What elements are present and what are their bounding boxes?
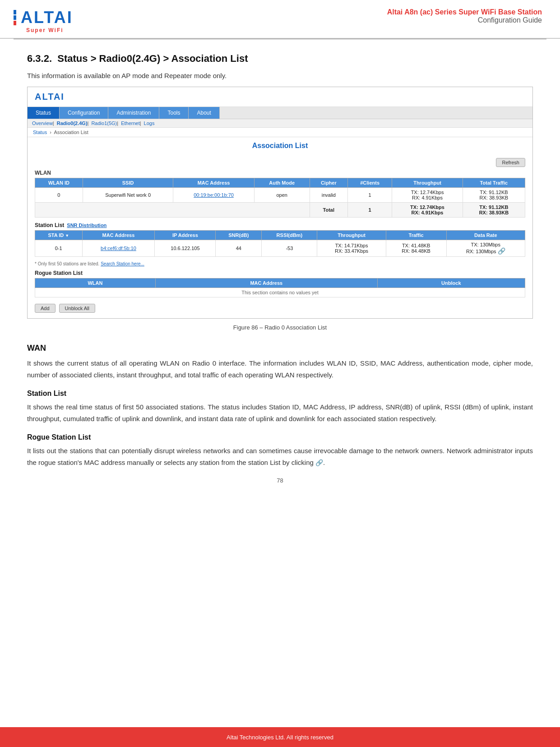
breadcrumb-current: Association List — [54, 130, 88, 135]
nav-tools[interactable]: Tools — [159, 107, 189, 119]
sta-traffic-cell: TX: 41.48KBRX: 84.48KB — [386, 240, 446, 257]
breadcrumb-status[interactable]: Status — [33, 130, 47, 135]
wlan-col-clients: #Clients — [347, 178, 392, 188]
rogue-col-wlan: WLAN — [35, 278, 156, 288]
rogue-actions-row: Add Unblock All — [35, 302, 525, 315]
total-traffic: TX: 91.12KBRX: 38.93KB — [463, 203, 525, 218]
nav-administration[interactable]: Administration — [108, 107, 159, 119]
rogue-section-title: Rogue Station List — [35, 270, 525, 276]
sta-throughput-cell: TX: 14.71KbpsRX: 33.47Kbps — [317, 240, 386, 257]
sta-ip-cell: 10.6.122.105 — [155, 240, 216, 257]
add-to-rogue-icon[interactable]: 🔗 — [498, 247, 505, 255]
sort-arrow: ▼ — [65, 233, 69, 238]
rogue-col-mac: MAC Address — [155, 278, 377, 288]
section-heading: 6.3.2. Status > Radio0(2.4G) > Associati… — [27, 53, 533, 65]
wlan-col-ssid: SSID — [83, 178, 173, 188]
nav-about[interactable]: About — [189, 107, 219, 119]
subnav-overview[interactable]: Overview — [32, 121, 53, 126]
station-list-label: Station List — [35, 222, 64, 228]
rogue-table: WLAN MAC Address Unblock This section co… — [35, 278, 525, 297]
nav-configuration[interactable]: Configuration — [60, 107, 108, 119]
wlan-mac-cell: 00:19:be:00:1b:70 — [173, 188, 254, 203]
station-note: * Only first 50 stations are listed. Sea… — [35, 261, 525, 266]
rogue-station-heading: Rogue Station List — [27, 433, 533, 441]
station-list-heading: Station List — [27, 390, 533, 398]
logo-text: ALTAI — [21, 8, 73, 27]
refresh-button[interactable]: Refresh — [496, 158, 525, 167]
footer-text: Altai Technologies Ltd. All rights reser… — [227, 734, 333, 741]
page-number: 78 — [27, 477, 533, 484]
sta-id-cell: 0-1 — [35, 240, 83, 257]
table-row: 0-1 b4:cef6:df:5b:10 10.6.122.105 44 -53… — [35, 240, 525, 257]
wlan-col-auth: Auth Mode — [254, 178, 310, 188]
sta-col-ip: IP Address — [155, 231, 216, 240]
sta-col-id: STA ID ▼ — [35, 231, 83, 240]
header-right: Altai A8n (ac) Series Super WiFi Base St… — [387, 8, 542, 24]
sta-col-mac: MAC Address — [82, 231, 155, 240]
wlan-mac-link[interactable]: 00:19:be:00:1b:70 — [194, 192, 234, 198]
ui-subnav: Overview | Radio0(2.4G) | Radio1(5G) | E… — [28, 119, 532, 128]
intro-text: This information is available on AP mode… — [27, 72, 533, 79]
logo-area: ALTAI Super WiFi — [14, 8, 73, 33]
ui-navbar[interactable]: Status Configuration Administration Tool… — [28, 107, 532, 119]
wlan-clients-cell: 1 — [347, 188, 392, 203]
table-row: 0 Superwifi Net work 0 00:19:be:00:1b:70… — [35, 188, 525, 203]
wlan-throughput-cell: TX: 12.74KbpsRX: 4.91Kbps — [392, 188, 463, 203]
ui-logo-text: ALTAI — [35, 92, 65, 102]
rogue-station-text: It lists out the stations that can poten… — [27, 445, 533, 468]
sta-col-rssi: RSSI(dBm) — [262, 231, 317, 240]
table-row: This section contains no values yet — [35, 288, 525, 297]
sta-mac-cell: b4:cef6:df:5b:10 — [82, 240, 155, 257]
logo-main: ALTAI — [14, 8, 73, 27]
subnav-radio1[interactable]: Radio1(5G) — [91, 121, 117, 126]
add-button[interactable]: Add — [35, 304, 56, 313]
wlan-auth-cell: open — [254, 188, 310, 203]
wlan-id-cell: 0 — [35, 188, 83, 203]
total-clients: 1 — [347, 203, 392, 218]
rogue-col-unblock: Unblock — [377, 278, 525, 288]
snr-distribution-link[interactable]: SNR Distribution — [67, 223, 106, 228]
ui-page-title: Association List — [28, 137, 532, 154]
sta-col-snr: SNR(dB) — [216, 231, 262, 240]
station-list-text: It shows the real time status of first 5… — [27, 401, 533, 424]
wlan-ssid-cell: Superwifi Net work 0 — [83, 188, 173, 203]
wlan-cipher-cell: invalid — [310, 188, 347, 203]
wlan-col-traffic: Total Traffic — [463, 178, 525, 188]
nav-status[interactable]: Status — [28, 107, 60, 119]
ui-screenshot-box: ALTAI Status Configuration Administratio… — [27, 87, 533, 319]
station-list-header: Station List SNR Distribution — [35, 222, 525, 228]
ui-breadcrumb: Status › Association List — [28, 128, 532, 137]
total-throughput: TX: 12.74KbpsRX: 4.91Kbps — [392, 203, 463, 218]
main-content: 6.3.2. Status > Radio0(2.4G) > Associati… — [0, 39, 560, 515]
figure-caption: Figure 86 – Radio 0 Association List — [27, 324, 533, 331]
wlan-table: WLAN ID SSID MAC Address Auth Mode Ciphe… — [35, 178, 525, 218]
wan-heading: WAN — [27, 343, 533, 353]
ui-content: Refresh WLAN WLAN ID SSID MAC Address Au… — [28, 154, 532, 318]
sta-datarate-cell: TX: 130MbpsRX: 130Mbps 🔗 — [446, 240, 525, 257]
sta-col-throughput: Throughput — [317, 231, 386, 240]
page-footer: Altai Technologies Ltd. All rights reser… — [0, 727, 560, 747]
sta-col-traffic: Traffic — [386, 231, 446, 240]
ui-logo-area: ALTAI — [28, 87, 532, 107]
wlan-col-mac: MAC Address — [173, 178, 254, 188]
refresh-row: Refresh — [35, 158, 525, 167]
sta-mac-link[interactable]: b4:cef6:df:5b:10 — [101, 246, 136, 251]
sta-snr-cell: 44 — [216, 240, 262, 257]
unblock-all-button[interactable]: Unblock All — [59, 304, 95, 313]
total-label-cell: Total — [310, 203, 347, 218]
wlan-col-id: WLAN ID — [35, 178, 83, 188]
wan-text: It shows the current status of all opera… — [27, 357, 533, 380]
rogue-icon-inline: 🔗 — [315, 459, 323, 466]
subnav-logs[interactable]: Logs — [144, 121, 155, 126]
sta-col-datarate: Data Rate — [446, 231, 525, 240]
total-label — [35, 203, 310, 218]
rogue-station-section: Rogue Station List WLAN MAC Address Unbl… — [35, 270, 525, 315]
sta-rssi-cell: -53 — [262, 240, 317, 257]
super-wifi-label: Super WiFi — [26, 27, 64, 33]
guide-title: Configuration Guide — [387, 16, 542, 24]
rogue-empty-message: This section contains no values yet — [35, 288, 525, 297]
search-station-link[interactable]: Search Station here... — [101, 261, 144, 266]
subnav-radio0[interactable]: Radio0(2.4G) — [57, 121, 88, 126]
wlan-col-cipher: Cipher — [310, 178, 347, 188]
subnav-ethernet[interactable]: Ethernet — [121, 121, 140, 126]
